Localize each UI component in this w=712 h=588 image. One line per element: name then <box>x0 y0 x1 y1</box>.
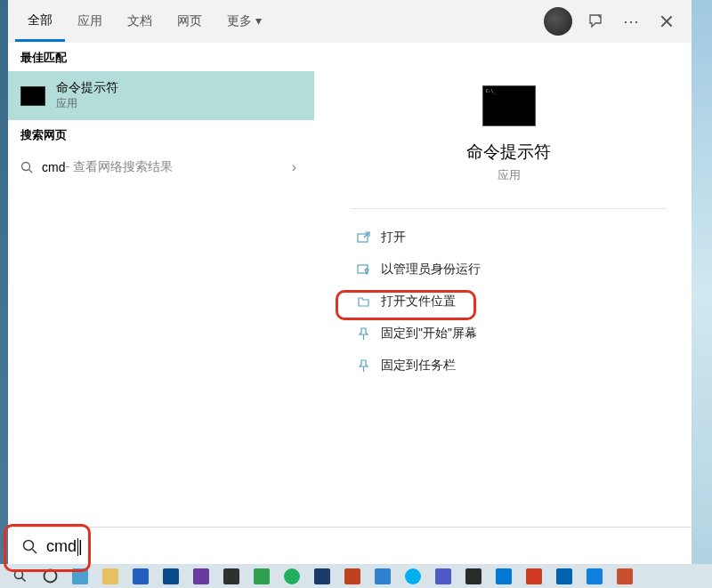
best-match-header: 最佳匹配 <box>8 43 314 71</box>
open-icon <box>354 231 372 245</box>
svg-line-5 <box>33 550 37 554</box>
taskbar-app-16[interactable] <box>520 564 548 588</box>
web-query-text: cmd <box>42 160 65 174</box>
taskbar-app-8[interactable] <box>278 564 306 588</box>
best-match-item[interactable]: 命令提示符 应用 <box>8 71 314 120</box>
taskbar-app-13[interactable] <box>429 564 457 588</box>
search-tabs: 全部 应用 文档 网页 更多 ▾ ⋯ <box>8 0 692 43</box>
action-run-admin-label: 以管理员身份运行 <box>381 262 481 278</box>
web-hint-text: - 查看网络搜索结果 <box>65 159 173 175</box>
svg-line-1 <box>29 170 33 173</box>
cmd-icon <box>20 86 45 106</box>
search-icon <box>20 161 33 173</box>
taskbar-app-19[interactable] <box>611 564 639 588</box>
tab-web[interactable]: 网页 <box>165 3 214 40</box>
action-open-label: 打开 <box>381 230 406 246</box>
tab-all[interactable]: 全部 <box>15 2 65 42</box>
taskbar-app-12[interactable] <box>399 564 427 588</box>
search-bar[interactable]: cmd <box>8 527 692 566</box>
svg-point-0 <box>22 163 30 171</box>
taskbar <box>0 564 712 588</box>
svg-point-4 <box>24 541 34 551</box>
taskbar-app-7[interactable] <box>247 564 276 588</box>
taskbar-app-4[interactable] <box>157 564 185 588</box>
taskbar-app-2[interactable] <box>96 564 125 588</box>
search-web-header: 搜索网页 <box>8 120 314 149</box>
svg-point-6 <box>14 571 22 579</box>
best-match-sub: 应用 <box>56 96 118 111</box>
tab-docs[interactable]: 文档 <box>115 3 165 40</box>
chevron-down-icon: ▾ <box>255 13 262 28</box>
feedback-icon <box>587 13 603 29</box>
action-run-admin[interactable]: 以管理员身份运行 <box>351 254 667 286</box>
taskbar-app-6[interactable] <box>217 564 246 588</box>
taskbar-app-1[interactable] <box>66 564 94 588</box>
user-avatar[interactable] <box>544 7 572 36</box>
best-match-title: 命令提示符 <box>56 80 118 96</box>
preview-pane: 命令提示符 应用 打开 以管理员身份运行 打开文件位置 固定到"开始"屏幕 <box>326 52 692 566</box>
desktop-wallpaper-edge <box>692 0 712 588</box>
action-list: 打开 以管理员身份运行 打开文件位置 固定到"开始"屏幕 固定到任务栏 <box>351 208 667 382</box>
desktop-icons-strip <box>0 0 8 588</box>
search-input[interactable]: cmd <box>46 537 677 556</box>
feedback-button[interactable] <box>578 4 613 39</box>
search-results-area: 最佳匹配 命令提示符 应用 搜索网页 cmd - 查看网络搜索结果 › 命令提示… <box>8 43 692 566</box>
tab-apps[interactable]: 应用 <box>65 3 115 40</box>
taskbar-app-11[interactable] <box>368 564 397 588</box>
svg-line-7 <box>21 578 25 582</box>
action-open-location[interactable]: 打开文件位置 <box>351 286 667 318</box>
search-panel: 全部 应用 文档 网页 更多 ▾ ⋯ 最佳匹配 命令提示符 应用 搜索网页 <box>8 0 692 566</box>
taskbar-app-3[interactable] <box>126 564 155 588</box>
tab-more[interactable]: 更多 ▾ <box>214 3 274 40</box>
preview-title: 命令提示符 <box>351 141 667 164</box>
taskbar-search-icon[interactable] <box>5 564 34 588</box>
web-search-item[interactable]: cmd - 查看网络搜索结果 › <box>8 149 314 186</box>
taskbar-app-5[interactable] <box>187 564 215 588</box>
chevron-right-icon: › <box>292 159 296 175</box>
options-button[interactable]: ⋯ <box>613 4 649 39</box>
results-list: 最佳匹配 命令提示符 应用 搜索网页 cmd - 查看网络搜索结果 › <box>8 43 315 566</box>
action-pin-start-label: 固定到"开始"屏幕 <box>381 326 477 342</box>
folder-icon <box>354 295 372 309</box>
close-button[interactable] <box>649 4 684 39</box>
action-open[interactable]: 打开 <box>351 222 667 254</box>
svg-point-8 <box>44 570 56 583</box>
taskbar-app-15[interactable] <box>490 564 518 588</box>
taskbar-app-18[interactable] <box>580 564 609 588</box>
action-pin-taskbar[interactable]: 固定到任务栏 <box>351 350 667 382</box>
close-icon <box>660 15 673 28</box>
taskbar-app-10[interactable] <box>338 564 367 588</box>
pin-taskbar-icon <box>354 359 372 373</box>
search-icon <box>22 539 37 554</box>
text-cursor <box>77 538 78 556</box>
preview-sub: 应用 <box>351 167 667 183</box>
admin-icon <box>354 263 372 277</box>
taskbar-app-14[interactable] <box>459 564 488 588</box>
pin-start-icon <box>354 327 372 341</box>
action-pin-taskbar-label: 固定到任务栏 <box>381 358 456 374</box>
action-pin-start[interactable]: 固定到"开始"屏幕 <box>351 318 667 350</box>
taskbar-app-9[interactable] <box>308 564 336 588</box>
preview-thumb <box>482 85 536 126</box>
taskbar-cortana-icon[interactable] <box>36 564 64 588</box>
taskbar-app-17[interactable] <box>550 564 578 588</box>
action-open-location-label: 打开文件位置 <box>381 294 456 310</box>
